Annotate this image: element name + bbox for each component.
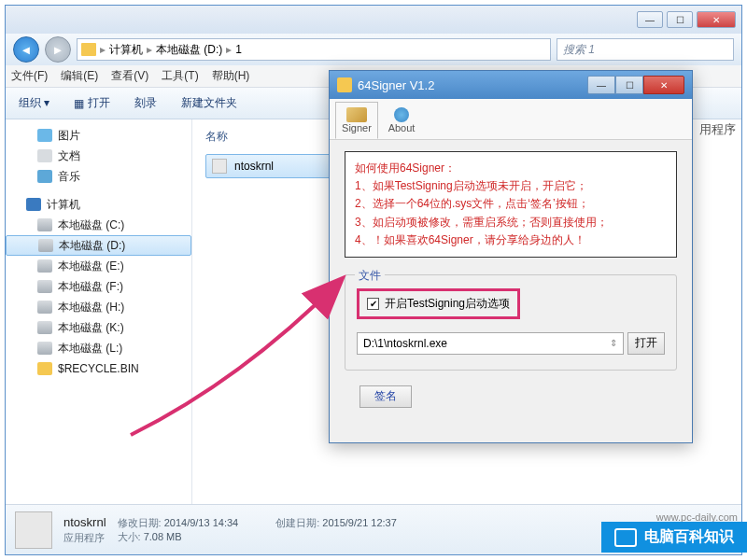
- dialog-minimize-button[interactable]: —: [587, 76, 615, 94]
- open-file-button[interactable]: 打开: [627, 332, 665, 355]
- checkbox-icon[interactable]: ✔: [367, 298, 379, 310]
- dialog-title: 64Signer V1.2: [358, 78, 582, 92]
- menu-edit[interactable]: 编辑(E): [61, 68, 98, 84]
- tab-about[interactable]: About: [380, 102, 423, 139]
- newfolder-button[interactable]: 新建文件夹: [176, 92, 243, 114]
- info-icon: [394, 107, 409, 122]
- spinner-icon[interactable]: ⇕: [610, 338, 617, 348]
- detail-size: 7.08 MB: [144, 531, 182, 542]
- file-large-icon: [15, 511, 52, 549]
- folder-icon: [37, 362, 52, 375]
- sidebar-drive-c[interactable]: 本地磁盘 (C:): [6, 215, 191, 235]
- drive-icon: [37, 259, 52, 273]
- drive-icon: [37, 218, 52, 231]
- back-button[interactable]: ◄: [13, 36, 39, 63]
- brand-watermark: 电脑百科知识: [601, 522, 747, 553]
- sidebar-music[interactable]: 音乐: [6, 166, 191, 187]
- burn-button[interactable]: 刻录: [129, 92, 162, 114]
- search-input[interactable]: 搜索 1: [557, 38, 734, 61]
- file-path-input[interactable]: D:\1\ntoskrnl.exe ⇕: [357, 332, 624, 355]
- sidebar-drive-e[interactable]: 本地磁盘 (E:): [6, 256, 191, 276]
- detail-created: 2015/9/21 12:37: [322, 517, 397, 528]
- testsigning-label: 开启TestSigning启动选项: [385, 296, 510, 312]
- file-item-ntoskrnl[interactable]: ntoskrnl: [205, 154, 336, 178]
- sidebar-computer[interactable]: 计算机: [6, 194, 191, 215]
- dialog-maximize-button[interactable]: ☐: [615, 76, 643, 94]
- dialog-tabs: Signer About: [330, 99, 692, 140]
- documents-icon: [37, 149, 52, 162]
- sidebar-drive-d[interactable]: 本地磁盘 (D:): [6, 235, 191, 256]
- dialog-close-button[interactable]: ✕: [643, 76, 684, 94]
- file-legend: 文件: [355, 268, 385, 284]
- detail-modified: 2014/9/13 14:34: [164, 517, 239, 528]
- music-icon: [37, 170, 52, 183]
- close-button[interactable]: ✕: [697, 11, 736, 28]
- sidebar-drive-f[interactable]: 本地磁盘 (F:): [6, 276, 191, 297]
- dialog-titlebar[interactable]: 64Signer V1.2 — ☐ ✕: [330, 71, 692, 99]
- drive-icon: [37, 301, 52, 314]
- sidebar: 图片 文档 音乐 计算机 本地磁盘 (C:) 本地磁盘 (D:) 本地磁盘 (E…: [6, 119, 192, 504]
- app-icon: [337, 77, 352, 92]
- maximize-button[interactable]: ☐: [667, 11, 693, 28]
- explorer-titlebar: — ☐ ✕: [6, 6, 741, 34]
- forward-button[interactable]: ►: [45, 36, 71, 63]
- bc-root[interactable]: 计算机: [109, 42, 143, 58]
- menu-file[interactable]: 文件(F): [11, 68, 48, 84]
- breadcrumb[interactable]: ▸ 计算机 ▸ 本地磁盘 (D:) ▸ 1: [77, 38, 551, 61]
- tab-signer[interactable]: Signer: [335, 102, 378, 139]
- drive-icon: [38, 239, 53, 252]
- file-groupbox: 文件 ✔ 开启TestSigning启动选项 D:\1\ntoskrnl.exe…: [345, 274, 677, 371]
- sidebar-documents[interactable]: 文档: [6, 146, 191, 166]
- sidebar-drive-l[interactable]: 本地磁盘 (L:): [6, 338, 191, 358]
- sidebar-drive-k[interactable]: 本地磁盘 (K:): [6, 317, 191, 338]
- drive-icon: [37, 321, 52, 334]
- address-bar: ◄ ► ▸ 计算机 ▸ 本地磁盘 (D:) ▸ 1 搜索 1: [6, 34, 741, 65]
- menu-tools[interactable]: 工具(T): [162, 68, 198, 84]
- signer-dialog: 64Signer V1.2 — ☐ ✕ Signer About 如何使用64S…: [329, 70, 693, 443]
- computer-icon: [26, 198, 41, 211]
- menu-view[interactable]: 查看(V): [111, 68, 148, 84]
- bc-folder[interactable]: 1: [235, 43, 242, 56]
- monitor-icon: [614, 528, 637, 547]
- drive-icon: [37, 342, 52, 355]
- exe-icon: [212, 159, 227, 174]
- folder-icon: [81, 43, 96, 56]
- side-watermark: 用程序: [699, 121, 736, 138]
- pictures-icon: [37, 129, 52, 142]
- sign-button[interactable]: 签名: [359, 385, 412, 408]
- pen-icon: [346, 107, 367, 122]
- bc-drive[interactable]: 本地磁盘 (D:): [156, 42, 222, 58]
- open-button[interactable]: ▦ 打开: [68, 92, 116, 114]
- detail-type: 应用程序: [63, 531, 106, 545]
- sidebar-recycle[interactable]: $RECYCLE.BIN: [6, 358, 191, 379]
- minimize-button[interactable]: —: [637, 11, 663, 28]
- drive-icon: [37, 280, 52, 293]
- sidebar-pictures[interactable]: 图片: [6, 125, 191, 146]
- sidebar-drive-h[interactable]: 本地磁盘 (H:): [6, 297, 191, 317]
- testsigning-checkbox-row[interactable]: ✔ 开启TestSigning启动选项: [357, 288, 520, 319]
- organize-button[interactable]: 组织 ▾: [13, 92, 55, 114]
- detail-name: ntoskrnl: [63, 515, 106, 529]
- menu-help[interactable]: 帮助(H): [212, 68, 250, 84]
- instructions-box: 如何使用64Signer： 1、如果TestSigning启动选项未开启，开启它…: [345, 151, 677, 258]
